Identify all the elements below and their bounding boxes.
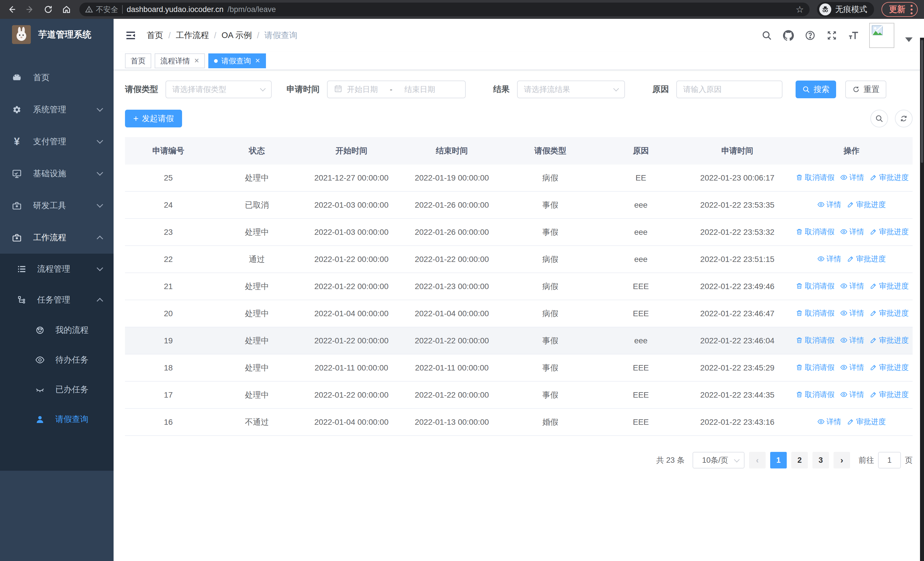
home-icon[interactable]	[61, 4, 72, 15]
page-button-3[interactable]: 3	[812, 452, 829, 468]
reset-button[interactable]: 重置	[845, 81, 886, 98]
action-progress-link[interactable]: 审批进度	[870, 227, 909, 237]
cell-id: 20	[125, 309, 212, 318]
action-cancel-link[interactable]: 取消请假	[796, 335, 834, 345]
sidebar-item-payment[interactable]: ¥ 支付管理	[0, 126, 114, 158]
action-progress-link[interactable]: 审批进度	[870, 335, 909, 345]
cell-status: 处理中	[212, 390, 302, 400]
breadcrumb-item[interactable]: 首页	[147, 30, 163, 41]
tab-process-detail[interactable]: 流程详情 ✕	[154, 53, 205, 68]
refresh-button[interactable]	[895, 110, 913, 127]
sidebar-item-label: 工作流程	[33, 232, 87, 244]
action-detail-link[interactable]: 详情	[840, 281, 864, 291]
action-detail-link[interactable]: 详情	[840, 227, 864, 237]
tab-close-icon[interactable]: ✕	[194, 57, 199, 65]
action-detail-link[interactable]: 详情	[817, 200, 841, 210]
logo-row[interactable]: 芋道管理系统	[0, 19, 114, 50]
sidebar-item-devtools[interactable]: 研发工具	[0, 190, 114, 222]
back-icon[interactable]	[6, 4, 17, 15]
fullscreen-icon[interactable]	[826, 29, 838, 41]
next-page-button[interactable]: ›	[834, 452, 850, 468]
column-header: 开始时间	[302, 145, 400, 156]
leave-type-select[interactable]: 请选择请假类型	[165, 81, 272, 98]
reload-icon[interactable]	[43, 4, 54, 15]
sidebar-item-infra[interactable]: 基础设施	[0, 158, 114, 190]
search-icon[interactable]	[761, 29, 773, 41]
forward-icon[interactable]	[24, 4, 35, 15]
chevron-up-icon	[97, 236, 103, 242]
sidebar-item-system[interactable]: 系统管理	[0, 94, 114, 126]
avatar-caret-icon[interactable]	[905, 38, 913, 42]
action-detail-link[interactable]: 详情	[840, 308, 864, 318]
sidebar-item-done-tasks[interactable]: 已办任务	[0, 375, 114, 405]
page-button-1[interactable]: 1	[770, 452, 787, 468]
action-detail-link[interactable]: 详情	[840, 390, 864, 400]
breadcrumb: 首页 / 工作流程 / OA 示例 / 请假查询	[147, 30, 298, 41]
action-progress-link[interactable]: 审批进度	[870, 173, 909, 182]
action-progress-link[interactable]: 审批进度	[847, 200, 886, 210]
font-size-icon[interactable]	[848, 29, 860, 41]
security-chip[interactable]: 不安全	[85, 5, 118, 15]
action-detail-link[interactable]: 详情	[840, 335, 864, 345]
table-row: 19处理中2022-01-22 00:00:002022-01-22 00:00…	[125, 327, 913, 355]
action-cancel-link[interactable]: 取消请假	[796, 227, 834, 237]
action-progress-link[interactable]: 审批进度	[870, 308, 909, 318]
action-detail-link[interactable]: 详情	[817, 417, 841, 427]
tab-home[interactable]: 首页	[125, 53, 151, 68]
range-separator: -	[390, 85, 392, 94]
tab-leave-query[interactable]: 请假查询 ✕	[208, 53, 266, 68]
sidebar-item-label: 支付管理	[33, 136, 87, 147]
action-cancel-link[interactable]: 取消请假	[796, 173, 834, 182]
sidebar-fold-icon[interactable]	[125, 30, 136, 41]
apply-time-range-picker[interactable]: 开始日期 - 结束日期	[327, 81, 466, 98]
sidebar-item-label: 系统管理	[33, 104, 87, 116]
bookmark-star-icon[interactable]: ☆	[796, 4, 804, 15]
action-detail-link[interactable]: 详情	[840, 173, 864, 182]
action-cancel-link[interactable]: 取消请假	[796, 390, 834, 400]
page-button-2[interactable]: 2	[791, 452, 808, 468]
prev-page-button[interactable]: ‹	[749, 452, 766, 468]
action-cancel-link[interactable]: 取消请假	[796, 362, 834, 373]
toggle-search-button[interactable]	[870, 110, 888, 127]
browser-scrollbar[interactable]	[920, 38, 924, 561]
cell-start-time: 2022-01-22 00:00:00	[302, 255, 400, 264]
browser-toolbar: 不安全 dashboard.yudao.iocoder.cn/bpm/oa/le…	[0, 0, 924, 19]
help-icon[interactable]	[804, 29, 816, 41]
cell-apply-time: 2022-01-22 23:53:35	[684, 200, 791, 210]
breadcrumb-item[interactable]: OA 示例	[222, 30, 252, 41]
tab-close-icon[interactable]: ✕	[255, 57, 260, 65]
result-select[interactable]: 请选择流结果	[517, 81, 625, 98]
sidebar-item-home[interactable]: 首页	[0, 62, 114, 94]
yen-icon: ¥	[11, 136, 22, 147]
action-cancel-link[interactable]: 取消请假	[796, 308, 834, 318]
sidebar-item-todo-tasks[interactable]: 待办任务	[0, 345, 114, 375]
eye-closed-icon	[35, 385, 45, 395]
sidebar-item-process-mgmt[interactable]: 流程管理	[0, 254, 114, 284]
tags-bar: 首页 流程详情 ✕ 请假查询 ✕	[114, 52, 924, 70]
sidebar-item-workflow[interactable]: 工作流程	[0, 222, 114, 254]
action-cancel-link[interactable]: 取消请假	[796, 281, 834, 291]
search-button[interactable]: 搜索	[796, 81, 836, 98]
avatar[interactable]	[869, 23, 894, 48]
browser-menu-icon[interactable]	[910, 5, 913, 14]
action-progress-link[interactable]: 审批进度	[870, 281, 909, 291]
action-detail-link[interactable]: 详情	[840, 362, 864, 373]
reason-input[interactable]: 请输入原因	[676, 81, 783, 98]
url-bar[interactable]: 不安全 dashboard.yudao.iocoder.cn/bpm/oa/le…	[80, 3, 810, 16]
goto-page-input[interactable]: 1	[878, 452, 901, 468]
navbar: 首页 / 工作流程 / OA 示例 / 请假查询	[114, 19, 924, 52]
action-progress-link[interactable]: 审批进度	[847, 254, 886, 264]
action-progress-link[interactable]: 审批进度	[870, 362, 909, 373]
page-size-select[interactable]: 10条/页	[693, 452, 744, 468]
cell-id: 22	[125, 255, 212, 264]
update-button[interactable]: 更新	[882, 2, 918, 17]
sidebar-item-leave-query[interactable]: 请假查询	[0, 405, 114, 434]
action-progress-link[interactable]: 审批进度	[870, 390, 909, 400]
breadcrumb-item[interactable]: 工作流程	[176, 30, 209, 41]
sidebar-item-task-mgmt[interactable]: 任务管理	[0, 284, 114, 315]
github-icon[interactable]	[783, 29, 795, 41]
action-detail-link[interactable]: 详情	[817, 254, 841, 264]
create-leave-button[interactable]: + 发起请假	[125, 110, 182, 127]
sidebar-item-my-process[interactable]: 我的流程	[0, 315, 114, 345]
action-progress-link[interactable]: 审批进度	[847, 417, 886, 427]
